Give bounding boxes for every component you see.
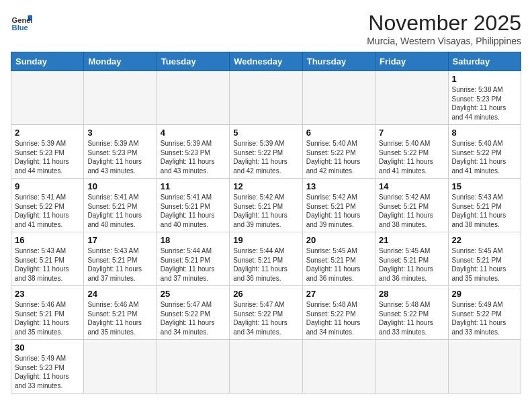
day-number: 14	[379, 181, 444, 191]
day-number: 5	[233, 128, 298, 138]
calendar-week-6: 30Sunrise: 5:49 AMSunset: 5:23 PMDayligh…	[11, 340, 521, 394]
calendar-cell: 25Sunrise: 5:47 AMSunset: 5:22 PMDayligh…	[157, 286, 229, 340]
cell-info: Sunrise: 5:46 AMSunset: 5:21 PMDaylight:…	[15, 300, 80, 336]
day-number: 20	[306, 235, 371, 245]
calendar-cell: 19Sunrise: 5:44 AMSunset: 5:21 PMDayligh…	[230, 232, 302, 286]
cell-info: Sunrise: 5:39 AMSunset: 5:23 PMDaylight:…	[161, 139, 226, 175]
day-number: 27	[306, 289, 371, 299]
day-number: 16	[15, 235, 80, 245]
cell-info: Sunrise: 5:43 AMSunset: 5:21 PMDaylight:…	[452, 193, 517, 229]
cell-info: Sunrise: 5:42 AMSunset: 5:21 PMDaylight:…	[379, 193, 444, 229]
day-number: 22	[452, 235, 517, 245]
calendar-cell	[230, 340, 302, 394]
weekday-header-friday: Friday	[375, 52, 448, 71]
calendar-week-1: 1Sunrise: 5:38 AMSunset: 5:23 PMDaylight…	[11, 71, 521, 125]
calendar-cell: 7Sunrise: 5:40 AMSunset: 5:22 PMDaylight…	[375, 125, 448, 179]
calendar-cell: 15Sunrise: 5:43 AMSunset: 5:21 PMDayligh…	[448, 179, 521, 232]
calendar-cell	[84, 71, 157, 125]
calendar-cell: 29Sunrise: 5:49 AMSunset: 5:22 PMDayligh…	[448, 286, 521, 340]
cell-info: Sunrise: 5:49 AMSunset: 5:23 PMDaylight:…	[15, 354, 80, 390]
calendar-cell: 23Sunrise: 5:46 AMSunset: 5:21 PMDayligh…	[11, 286, 84, 340]
calendar-cell: 28Sunrise: 5:48 AMSunset: 5:22 PMDayligh…	[375, 286, 448, 340]
cell-info: Sunrise: 5:39 AMSunset: 5:23 PMDaylight:…	[87, 139, 152, 175]
calendar-table: SundayMondayTuesdayWednesdayThursdayFrid…	[11, 52, 521, 394]
logo-icon: General Blue	[11, 11, 32, 32]
calendar-cell: 3Sunrise: 5:39 AMSunset: 5:23 PMDaylight…	[84, 125, 157, 179]
day-number: 17	[87, 235, 152, 245]
day-number: 8	[452, 128, 517, 138]
cell-info: Sunrise: 5:45 AMSunset: 5:21 PMDaylight:…	[306, 246, 371, 283]
month-title: November 2025	[367, 11, 521, 36]
calendar-cell	[157, 340, 229, 394]
weekday-header-wednesday: Wednesday	[230, 52, 302, 71]
day-number: 29	[452, 289, 517, 299]
cell-info: Sunrise: 5:40 AMSunset: 5:22 PMDaylight:…	[306, 139, 371, 175]
day-number: 24	[87, 289, 152, 299]
cell-info: Sunrise: 5:45 AMSunset: 5:21 PMDaylight:…	[379, 246, 444, 283]
calendar-cell: 26Sunrise: 5:47 AMSunset: 5:22 PMDayligh…	[230, 286, 302, 340]
calendar-cell: 6Sunrise: 5:40 AMSunset: 5:22 PMDaylight…	[302, 125, 375, 179]
weekday-header-row: SundayMondayTuesdayWednesdayThursdayFrid…	[11, 52, 521, 71]
day-number: 7	[379, 128, 444, 138]
weekday-header-sunday: Sunday	[11, 52, 84, 71]
cell-info: Sunrise: 5:41 AMSunset: 5:22 PMDaylight:…	[15, 193, 80, 229]
cell-info: Sunrise: 5:46 AMSunset: 5:21 PMDaylight:…	[87, 300, 152, 336]
calendar-cell: 2Sunrise: 5:39 AMSunset: 5:23 PMDaylight…	[11, 125, 84, 179]
cell-info: Sunrise: 5:44 AMSunset: 5:21 PMDaylight:…	[233, 246, 298, 283]
cell-info: Sunrise: 5:44 AMSunset: 5:21 PMDaylight:…	[161, 246, 226, 283]
calendar-week-5: 23Sunrise: 5:46 AMSunset: 5:21 PMDayligh…	[11, 286, 521, 340]
location-title: Murcia, Western Visayas, Philippines	[367, 36, 521, 46]
day-number: 23	[15, 289, 80, 299]
calendar-cell: 10Sunrise: 5:41 AMSunset: 5:21 PMDayligh…	[84, 179, 157, 232]
calendar-cell	[375, 71, 448, 125]
cell-info: Sunrise: 5:42 AMSunset: 5:21 PMDaylight:…	[233, 193, 298, 229]
day-number: 18	[161, 235, 226, 245]
calendar-cell	[302, 71, 375, 125]
calendar-cell: 5Sunrise: 5:39 AMSunset: 5:22 PMDaylight…	[230, 125, 302, 179]
cell-info: Sunrise: 5:42 AMSunset: 5:21 PMDaylight:…	[306, 193, 371, 229]
weekday-header-saturday: Saturday	[448, 52, 521, 71]
calendar-cell: 12Sunrise: 5:42 AMSunset: 5:21 PMDayligh…	[230, 179, 302, 232]
day-number: 15	[452, 181, 517, 191]
day-number: 26	[233, 289, 298, 299]
day-number: 6	[306, 128, 371, 138]
calendar-cell: 20Sunrise: 5:45 AMSunset: 5:21 PMDayligh…	[302, 232, 375, 286]
day-number: 10	[87, 181, 152, 191]
cell-info: Sunrise: 5:40 AMSunset: 5:22 PMDaylight:…	[379, 139, 444, 175]
day-number: 4	[161, 128, 226, 138]
page-header: General Blue November 2025 Murcia, Weste…	[11, 11, 521, 46]
day-number: 9	[15, 181, 80, 191]
calendar-cell: 17Sunrise: 5:43 AMSunset: 5:21 PMDayligh…	[84, 232, 157, 286]
day-number: 11	[161, 181, 226, 191]
cell-info: Sunrise: 5:48 AMSunset: 5:22 PMDaylight:…	[379, 300, 444, 336]
svg-text:Blue: Blue	[12, 24, 28, 32]
cell-info: Sunrise: 5:41 AMSunset: 5:21 PMDaylight:…	[87, 193, 152, 229]
cell-info: Sunrise: 5:47 AMSunset: 5:22 PMDaylight:…	[233, 300, 298, 336]
day-number: 3	[87, 128, 152, 138]
day-number: 2	[15, 128, 80, 138]
cell-info: Sunrise: 5:49 AMSunset: 5:22 PMDaylight:…	[452, 300, 517, 336]
cell-info: Sunrise: 5:43 AMSunset: 5:21 PMDaylight:…	[87, 246, 152, 283]
day-number: 1	[452, 74, 517, 84]
day-number: 28	[379, 289, 444, 299]
day-number: 19	[233, 235, 298, 245]
calendar-cell: 11Sunrise: 5:41 AMSunset: 5:21 PMDayligh…	[157, 179, 229, 232]
calendar-cell	[302, 340, 375, 394]
calendar-cell	[11, 71, 84, 125]
cell-info: Sunrise: 5:39 AMSunset: 5:22 PMDaylight:…	[233, 139, 298, 175]
calendar-cell: 21Sunrise: 5:45 AMSunset: 5:21 PMDayligh…	[375, 232, 448, 286]
calendar-cell: 4Sunrise: 5:39 AMSunset: 5:23 PMDaylight…	[157, 125, 229, 179]
calendar-cell: 14Sunrise: 5:42 AMSunset: 5:21 PMDayligh…	[375, 179, 448, 232]
calendar-week-2: 2Sunrise: 5:39 AMSunset: 5:23 PMDaylight…	[11, 125, 521, 179]
day-number: 21	[379, 235, 444, 245]
title-section: November 2025 Murcia, Western Visayas, P…	[367, 11, 521, 46]
weekday-header-tuesday: Tuesday	[157, 52, 229, 71]
cell-info: Sunrise: 5:47 AMSunset: 5:22 PMDaylight:…	[161, 300, 226, 336]
calendar-cell: 22Sunrise: 5:45 AMSunset: 5:21 PMDayligh…	[448, 232, 521, 286]
weekday-header-thursday: Thursday	[302, 52, 375, 71]
calendar-cell	[157, 71, 229, 125]
cell-info: Sunrise: 5:39 AMSunset: 5:23 PMDaylight:…	[15, 139, 80, 175]
cell-info: Sunrise: 5:41 AMSunset: 5:21 PMDaylight:…	[161, 193, 226, 229]
calendar-cell	[375, 340, 448, 394]
calendar-cell: 1Sunrise: 5:38 AMSunset: 5:23 PMDaylight…	[448, 71, 521, 125]
